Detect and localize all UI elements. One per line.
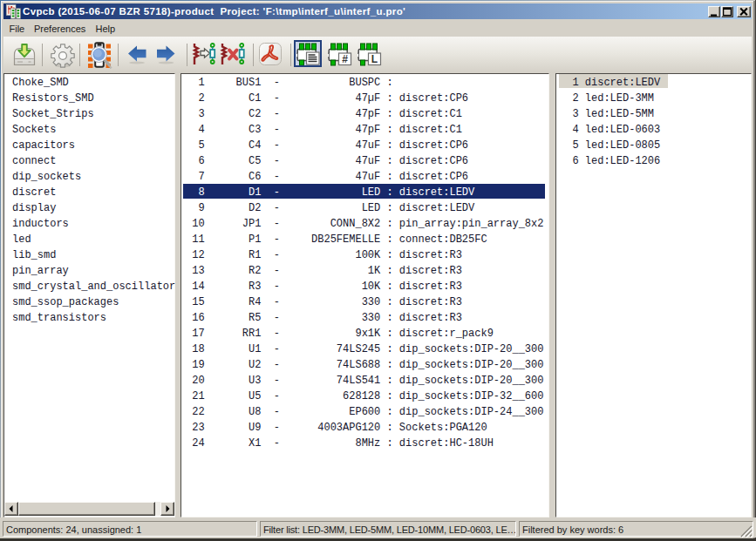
svg-text:#: # [342, 53, 348, 65]
svg-text:L: L [371, 53, 378, 65]
